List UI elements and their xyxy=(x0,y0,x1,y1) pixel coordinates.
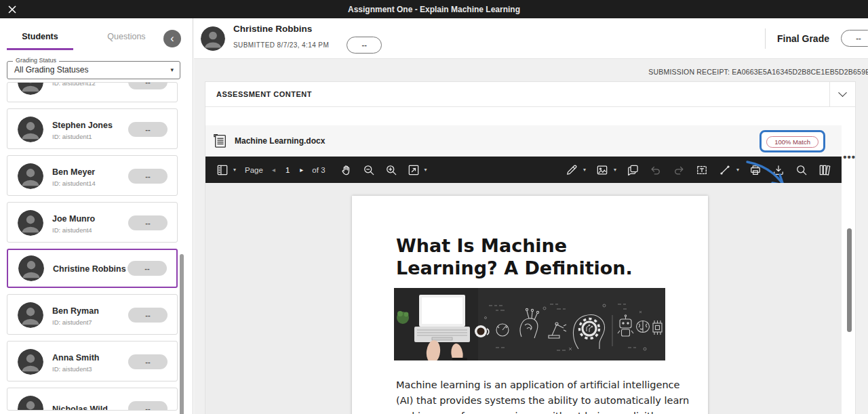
page-label: Page xyxy=(245,166,263,174)
divider xyxy=(765,28,766,49)
grade-pill[interactable]: -- xyxy=(128,354,167,369)
student-id: ID: aistudent12 xyxy=(52,82,96,87)
student-id: ID: aistudent3 xyxy=(52,365,99,373)
avatar xyxy=(18,302,43,328)
student-name: Nicholas Wild xyxy=(52,405,108,411)
machine-learning-chalkboard-image xyxy=(394,288,665,360)
student-row-christine-robbins-selected[interactable]: Christine Robbins -- xyxy=(7,249,178,288)
redo-icon xyxy=(672,163,686,177)
next-page-icon[interactable]: ▸ xyxy=(300,166,303,173)
undo-icon xyxy=(649,163,663,177)
assessment-content-header: ASSESSMENT CONTENT xyxy=(205,82,855,107)
body-line: (AI) that provides systems the ability t… xyxy=(396,393,708,409)
document-icon xyxy=(213,133,228,149)
grade-pill[interactable]: -- xyxy=(128,401,167,411)
final-grade-pill[interactable]: -- xyxy=(841,30,868,47)
submission-header: Christine Robbins SUBMITTED 8/7/23, 4:14… xyxy=(194,18,868,59)
student-row-anna-smith[interactable]: Anna Smith ID: aistudent3 -- xyxy=(7,341,178,381)
pan-hand-icon[interactable] xyxy=(340,163,353,177)
body-line: Machine learning is an application of ar… xyxy=(396,377,708,393)
student-name: Stephen Jones xyxy=(52,121,113,130)
caret-down-icon[interactable]: ▾ xyxy=(425,167,427,173)
caret-down-icon[interactable]: ▾ xyxy=(736,167,739,173)
window-titlebar: Assignment One - Explain Machine Learnin… xyxy=(0,0,868,18)
zoom-out-icon[interactable] xyxy=(362,163,376,177)
viewer-scrollbar[interactable] xyxy=(847,228,852,332)
zoom-in-icon[interactable] xyxy=(384,163,398,177)
submission-receipt: SUBMISSION RECEIPT: EA0663E5A16345D2B8CE… xyxy=(648,68,868,76)
document-viewer-toolbar: ▾ Page ◂ 1 ▸ of 3 xyxy=(205,157,842,183)
grading-status-label: Grading Status xyxy=(13,57,59,64)
student-id: ID: aistudent7 xyxy=(52,318,99,326)
tab-questions[interactable]: Questions xyxy=(94,32,159,41)
avatar xyxy=(18,349,43,375)
text-annotation-icon[interactable] xyxy=(695,163,709,177)
grade-pill[interactable]: -- xyxy=(128,122,167,137)
assignment-title: Assignment One - Explain Machine Learnin… xyxy=(0,5,868,14)
caret-down-icon[interactable]: ▾ xyxy=(233,167,236,173)
assessment-content-title: ASSESSMENT CONTENT xyxy=(216,90,312,98)
library-books-icon[interactable] xyxy=(818,163,831,177)
document-body-text: Machine learning is an application of ar… xyxy=(396,377,708,414)
student-name: Christine Robbins xyxy=(53,264,126,274)
collapse-section-button[interactable] xyxy=(829,82,855,106)
document-viewer[interactable]: What Is Machine Learning? A Definition. xyxy=(205,183,842,414)
originality-match-badge[interactable]: 100% Match xyxy=(766,136,818,148)
document-card: Machine Learning.docx 100% Match ••• xyxy=(205,125,855,414)
attempt-grade-pill[interactable]: -- xyxy=(347,37,382,54)
insert-image-icon[interactable] xyxy=(595,163,609,177)
student-name: Ben Ryman xyxy=(52,306,99,316)
annotate-pen-icon[interactable] xyxy=(565,163,578,177)
chevron-down-icon xyxy=(838,88,847,97)
document-menu-button[interactable]: ••• xyxy=(843,151,856,163)
student-row-joe-munro[interactable]: Joe Munro ID: aistudent4 -- xyxy=(7,202,178,243)
submission-student-name: Christine Robbins xyxy=(233,24,382,34)
grade-pill[interactable]: -- xyxy=(128,169,167,184)
student-row-ben-ryman[interactable]: Ben Ryman ID: aistudent7 -- xyxy=(7,294,178,335)
print-icon[interactable] xyxy=(749,163,762,177)
avatar xyxy=(201,26,225,51)
grade-pill[interactable]: -- xyxy=(127,261,167,276)
download-icon[interactable] xyxy=(772,163,785,177)
search-icon[interactable] xyxy=(795,163,808,177)
caret-down-icon[interactable]: ▾ xyxy=(583,167,586,173)
student-row-stephen-jones[interactable]: Stephen Jones ID: aistudent1 -- xyxy=(7,108,178,149)
student-row-nicholas-wild[interactable]: Nicholas Wild -- xyxy=(7,388,178,411)
student-id: ID: aistudent1 xyxy=(52,133,113,140)
student-name: Anna Smith xyxy=(52,353,99,363)
body-line: and improve from experience without bein… xyxy=(396,409,708,414)
student-list: ID: aistudent12 -- Stephen Jones ID: ais… xyxy=(0,82,193,411)
avatar xyxy=(18,117,43,142)
grade-pill[interactable]: -- xyxy=(128,82,167,89)
student-name: Ben Meyer xyxy=(52,167,95,177)
sidebar-tabs: Students Questions ‹ xyxy=(0,18,193,52)
grading-status-select[interactable]: Grading Status All Grading Statuses ▾ xyxy=(7,61,180,79)
line-tool-icon[interactable] xyxy=(718,163,732,177)
avatar xyxy=(18,163,43,189)
document-file-name: Machine Learning.docx xyxy=(235,136,325,146)
comments-icon[interactable] xyxy=(626,163,639,177)
student-row-partial[interactable]: ID: aistudent12 -- xyxy=(7,82,178,102)
student-id: ID: aistudent14 xyxy=(52,180,96,187)
avatar xyxy=(18,255,44,281)
prev-page-icon[interactable]: ◂ xyxy=(272,166,275,173)
student-row-ben-meyer[interactable]: Ben Meyer ID: aistudent14 -- xyxy=(7,155,178,196)
thumbnails-panel-icon[interactable] xyxy=(216,163,229,177)
page-number-input[interactable]: 1 xyxy=(284,166,291,174)
fit-to-page-icon[interactable] xyxy=(407,163,420,177)
document-title: What Is Machine Learning? A Definition. xyxy=(396,234,669,279)
document-title-line1: What Is Machine xyxy=(396,234,669,257)
tab-students[interactable]: Students xyxy=(7,32,73,50)
annotation-highlight-box: 100% Match xyxy=(760,130,825,152)
sidebar-collapse-button[interactable]: ‹ xyxy=(163,30,181,47)
document-page: What Is Machine Learning? A Definition. xyxy=(352,196,708,414)
document-title-line2: Learning? A Definition. xyxy=(396,257,669,279)
student-id: ID: aistudent4 xyxy=(52,226,95,234)
sidebar-scrollbar[interactable] xyxy=(180,254,184,414)
grade-pill[interactable]: -- xyxy=(128,215,167,230)
caret-down-icon: ▾ xyxy=(170,66,174,73)
student-name: Joe Munro xyxy=(52,214,95,224)
grade-pill[interactable]: -- xyxy=(128,308,167,323)
students-sidebar: Students Questions ‹ Grading Status All … xyxy=(0,18,193,414)
caret-down-icon[interactable]: ▾ xyxy=(614,167,616,173)
